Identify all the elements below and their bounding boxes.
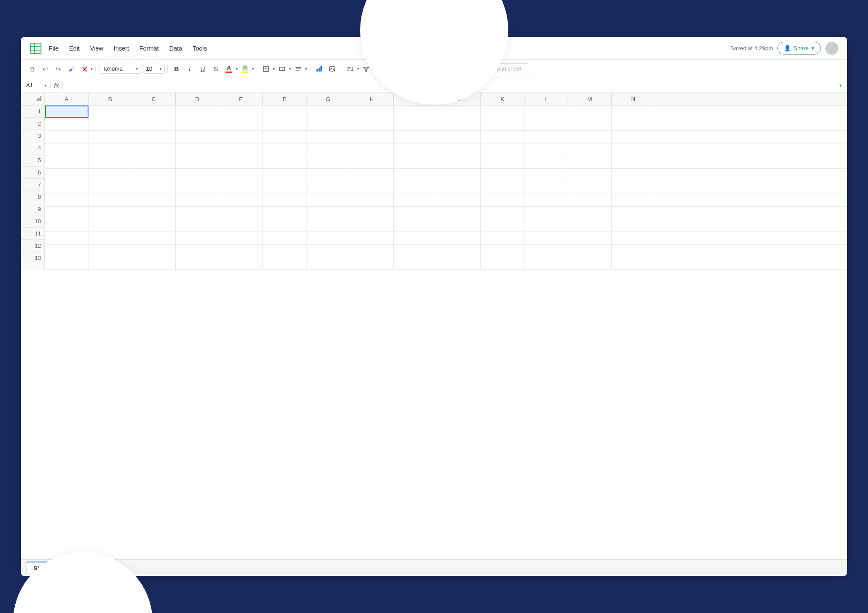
cell-e4[interactable]: [219, 143, 263, 156]
col-header-h[interactable]: H: [350, 93, 394, 105]
cell-c3[interactable]: [132, 131, 176, 143]
cell-a3[interactable]: [45, 131, 89, 143]
cell-k4[interactable]: [481, 143, 524, 156]
cell-f4[interactable]: [263, 143, 306, 156]
cell-l12[interactable]: [524, 245, 568, 257]
cell-d7[interactable]: [176, 181, 219, 194]
cell-i13[interactable]: [394, 257, 437, 269]
col-header-b[interactable]: B: [89, 93, 132, 105]
cell-f2[interactable]: [263, 118, 306, 130]
cell-j12[interactable]: [437, 245, 481, 257]
cell-f5[interactable]: [263, 156, 306, 168]
user-avatar[interactable]: [825, 42, 838, 55]
cell-b12[interactable]: [89, 245, 132, 257]
image-button[interactable]: [326, 63, 338, 75]
font-color-dropdown[interactable]: ▾: [236, 67, 238, 71]
col-header-m[interactable]: M: [568, 93, 612, 105]
cell-f9[interactable]: [263, 207, 306, 219]
font-family-selector[interactable]: Tahoma ▾: [99, 64, 142, 74]
align-button[interactable]: [292, 63, 304, 75]
italic-button[interactable]: I: [184, 63, 196, 75]
col-header-k[interactable]: K: [481, 93, 524, 105]
cell-b6[interactable]: [89, 169, 132, 181]
cell-a2[interactable]: [45, 118, 89, 130]
cell-l13[interactable]: [524, 257, 568, 269]
cell-l11[interactable]: [524, 232, 568, 244]
underline-button[interactable]: U: [197, 63, 209, 75]
cell-d1[interactable]: [176, 106, 219, 118]
cell-d10[interactable]: [176, 219, 219, 232]
cell-g2[interactable]: [306, 118, 350, 130]
cell-b7[interactable]: [89, 181, 132, 194]
cell-h4[interactable]: [350, 143, 394, 156]
col-header-g[interactable]: G: [306, 93, 350, 105]
cell-f3[interactable]: [263, 131, 306, 143]
formula-expand-icon[interactable]: ▾: [839, 82, 842, 89]
col-header-f[interactable]: F: [263, 93, 306, 105]
cell-h3[interactable]: [350, 131, 394, 143]
cell-h8[interactable]: [350, 194, 394, 206]
cell-d3[interactable]: [176, 131, 219, 143]
cell-l7[interactable]: [524, 181, 568, 194]
strikethrough-button[interactable]: S: [210, 63, 222, 75]
cell-a6[interactable]: [45, 169, 89, 181]
cell-b5[interactable]: [89, 156, 132, 168]
cell-a11[interactable]: [45, 232, 89, 244]
cell-d12[interactable]: [176, 245, 219, 257]
cell-f12[interactable]: [263, 245, 306, 257]
cell-e11[interactable]: [219, 232, 263, 244]
menu-tools[interactable]: Tools: [188, 43, 211, 54]
fill-color-dropdown[interactable]: ▾: [252, 67, 254, 71]
col-header-l[interactable]: L: [524, 93, 568, 105]
cell-j1[interactable]: [437, 106, 481, 118]
clear-format-button[interactable]: [78, 63, 91, 75]
cell-k6[interactable]: [481, 169, 524, 181]
cell-n4[interactable]: [612, 143, 655, 156]
cell-l1[interactable]: [524, 106, 568, 118]
cell-d9[interactable]: [176, 207, 219, 219]
cell-g1[interactable]: [306, 106, 350, 118]
cell-m7[interactable]: [568, 181, 612, 194]
row-num-7[interactable]: 7: [21, 179, 44, 191]
cell-l5[interactable]: [524, 156, 568, 168]
print-button[interactable]: ⎙: [26, 63, 38, 75]
cell-n5[interactable]: [612, 156, 655, 168]
cell-a13[interactable]: [45, 257, 89, 269]
cell-n3[interactable]: [612, 131, 655, 143]
cell-k13[interactable]: [481, 257, 524, 269]
paint-format-button[interactable]: 🖌: [65, 63, 78, 75]
col-header-n[interactable]: N: [612, 93, 655, 105]
cell-l3[interactable]: [524, 131, 568, 143]
cell-k9[interactable]: [481, 207, 524, 219]
cell-j9[interactable]: [437, 207, 481, 219]
font-color-button[interactable]: A: [223, 63, 235, 75]
cell-f11[interactable]: [263, 232, 306, 244]
menu-insert[interactable]: Insert: [109, 43, 133, 54]
undo-button[interactable]: ↩: [39, 63, 51, 75]
cell-h1[interactable]: [350, 106, 394, 118]
cell-h5[interactable]: [350, 156, 394, 168]
cell-n2[interactable]: [612, 118, 655, 130]
row-num-4[interactable]: 4: [21, 142, 44, 154]
cell-reference-selector[interactable]: A1 ▾: [26, 82, 47, 89]
cell-a4[interactable]: [45, 143, 89, 156]
col-header-a[interactable]: A: [45, 93, 89, 105]
cell-k3[interactable]: [481, 131, 524, 143]
cell-g9[interactable]: [306, 207, 350, 219]
row-num-8[interactable]: 8: [21, 191, 44, 203]
cell-l10[interactable]: [524, 219, 568, 232]
row-num-6[interactable]: 6: [21, 167, 44, 179]
cell-c2[interactable]: [132, 118, 176, 130]
clear-dropdown-arrow[interactable]: ▾: [91, 67, 93, 71]
cell-c5[interactable]: [132, 156, 176, 168]
cell-e13[interactable]: [219, 257, 263, 269]
cell-m9[interactable]: [568, 207, 612, 219]
cell-n1[interactable]: [612, 106, 655, 118]
cell-d6[interactable]: [176, 169, 219, 181]
cell-j5[interactable]: [437, 156, 481, 168]
cell-b1[interactable]: [89, 106, 132, 118]
cell-j3[interactable]: [437, 131, 481, 143]
cell-n9[interactable]: [612, 207, 655, 219]
cell-i11[interactable]: [394, 232, 437, 244]
merge-dropdown[interactable]: ▾: [289, 67, 291, 71]
